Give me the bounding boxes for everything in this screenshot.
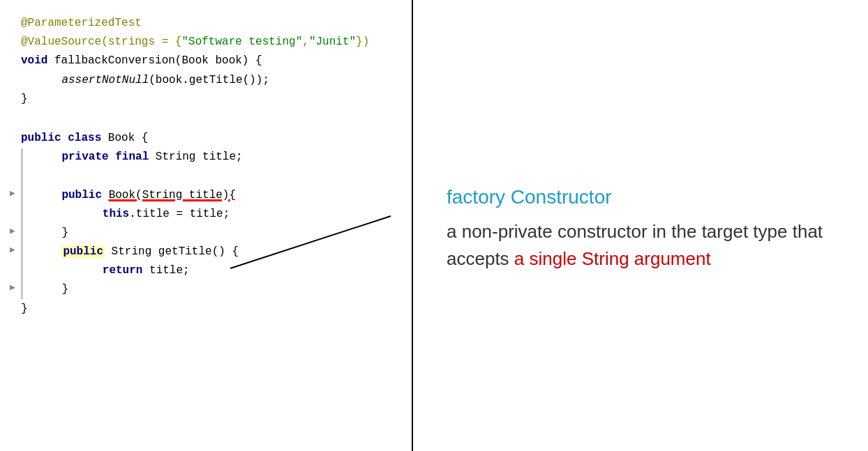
constructor-underline: Book(String title){ <box>109 189 236 201</box>
code-line-4: assertNotNull(book.getTitle()); <box>21 71 398 90</box>
code-bottom: public class Book { private final String… <box>21 129 398 319</box>
code-line-this: this.title = title; <box>21 205 398 224</box>
code-line-2: @ValueSource(strings = {"Software testin… <box>21 33 398 52</box>
code-line-return: return title; <box>21 261 398 280</box>
gutter-icon-3: ▶ <box>10 243 15 258</box>
gutter-icon-2: ▶ <box>10 224 15 239</box>
code-line-constructor: ▶ public Book(String title){ <box>21 186 398 205</box>
code-line-6: public class Book { <box>21 129 398 148</box>
vertical-divider <box>412 0 413 451</box>
code-line-1: @ParameterizedTest <box>21 14 398 33</box>
code-top: @ParameterizedTest @ValueSource(strings … <box>21 14 398 109</box>
annotation-section: factory Constructor a non-private constr… <box>412 0 868 451</box>
code-line-close-constructor: ▶ } <box>21 224 398 243</box>
code-line-blank <box>21 167 398 185</box>
factory-constructor-title: factory Constructor <box>447 186 840 208</box>
code-line-close-class: } <box>21 300 398 319</box>
main-container: @ParameterizedTest @ValueSource(strings … <box>0 0 868 451</box>
gutter-icon-4: ▶ <box>10 280 15 296</box>
code-section: @ParameterizedTest @ValueSource(strings … <box>0 0 412 451</box>
code-line-5: } <box>21 90 398 109</box>
code-line-close-gettitle: ▶ } <box>21 280 398 299</box>
code-line-7: private final String title; <box>21 148 398 167</box>
annotation-body-highlight: a single String argument <box>514 248 711 269</box>
annotation-body: a non-private constructor in the target … <box>447 218 840 273</box>
code-line-gettitle: ▶ public String getTitle() { <box>21 243 398 261</box>
code-block: @ParameterizedTest @ValueSource(strings … <box>21 14 398 319</box>
code-line-3: void fallbackConversion(Book book) { <box>21 52 398 70</box>
gutter-icon-1: ▶ <box>10 186 15 201</box>
public-keyword-highlight: public <box>61 245 105 258</box>
